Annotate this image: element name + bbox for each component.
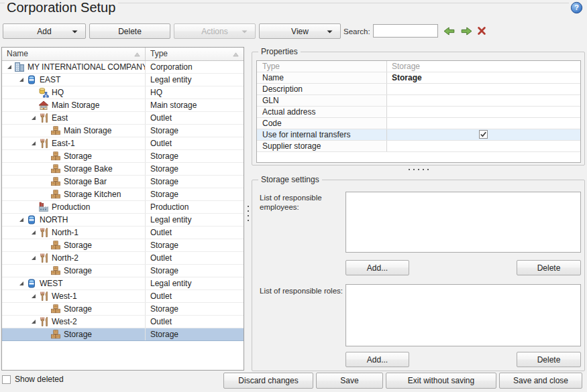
roles-delete-button[interactable]: Delete — [517, 352, 581, 367]
employees-label: List of responsible employees: — [260, 193, 352, 212]
property-value[interactable] — [387, 95, 580, 106]
discard-changes-button[interactable]: Discard changes — [223, 373, 313, 389]
expander-icon[interactable] — [17, 75, 26, 84]
expander-spacer — [41, 126, 50, 135]
use-for-internal-transfers-checkbox[interactable] — [479, 130, 488, 139]
tree-row[interactable]: StorageStorage — [2, 303, 244, 316]
tree-row[interactable]: StorageStorage — [2, 265, 244, 277]
property-value[interactable] — [387, 118, 580, 129]
tree-row[interactable]: Storage KitchenStorage — [2, 188, 244, 201]
help-icon[interactable]: ? — [570, 1, 583, 14]
tree-row[interactable]: EastOutlet — [2, 112, 244, 125]
tree-row[interactable]: EASTLegal entity — [2, 74, 244, 86]
column-header-name[interactable]: Name — [2, 48, 146, 60]
property-label: Actual address — [257, 107, 387, 117]
delete-button[interactable]: Delete — [89, 23, 170, 39]
tree-row[interactable]: Main StorageMain storage — [2, 99, 244, 112]
search-next-icon[interactable] — [461, 27, 472, 36]
expander-icon[interactable] — [17, 215, 26, 224]
expander-icon[interactable] — [29, 253, 38, 263]
expander-icon[interactable] — [29, 113, 38, 123]
tree-item-name: EAST — [40, 75, 60, 84]
view-button[interactable]: View — [259, 23, 341, 39]
expander-icon[interactable] — [29, 139, 38, 148]
property-value[interactable]: Storage — [387, 72, 580, 83]
show-deleted[interactable]: Show deleted — [2, 375, 64, 384]
tree-row[interactable]: West-1Outlet — [2, 290, 244, 303]
properties-group: Properties TypeStorageNameStorageDescrip… — [252, 52, 585, 166]
column-header-name-label: Name — [7, 49, 28, 58]
tree-item-name: West-2 — [52, 317, 77, 326]
legal-entity-icon — [26, 74, 37, 85]
vertical-splitter-handle[interactable] — [245, 201, 251, 225]
tree-item-name: North-2 — [52, 253, 78, 263]
expander-icon[interactable] — [17, 279, 26, 288]
column-header-type[interactable]: Type — [146, 48, 244, 60]
tree-header: Name Type — [2, 48, 244, 61]
property-value[interactable] — [387, 84, 580, 94]
tree-item-name: WEST — [40, 279, 63, 288]
expander-icon[interactable] — [29, 291, 38, 301]
tree-item-name: Main Storage — [64, 126, 111, 135]
tree-item-type: Storage — [145, 176, 244, 188]
property-value[interactable] — [387, 129, 580, 140]
property-label: GLN — [257, 95, 387, 106]
tree-item-type: Outlet — [145, 252, 244, 264]
save-and-close-button[interactable]: Save and close — [499, 373, 582, 389]
expander-icon[interactable] — [5, 62, 14, 72]
clear-search-icon[interactable] — [477, 26, 486, 36]
expander-icon[interactable] — [29, 317, 38, 326]
add-button-label: Add — [37, 27, 51, 36]
show-deleted-checkbox[interactable] — [2, 375, 11, 384]
roles-add-button[interactable]: Add... — [345, 352, 409, 367]
property-label: Use for internal transfers — [257, 129, 387, 140]
responsible-roles-list[interactable] — [345, 284, 581, 346]
tree-row[interactable]: East-1Outlet — [2, 137, 244, 150]
storage-icon — [50, 240, 61, 251]
tree-item-type: Storage — [145, 163, 244, 175]
tree-row[interactable]: West-2Outlet — [2, 316, 244, 328]
tree-row[interactable]: MY INTERNATIONAL COMPANYCorporation — [2, 61, 244, 74]
tree-item-type: Outlet — [145, 137, 244, 149]
title-divider — [0, 3, 5, 3]
tree-row[interactable]: StorageStorage — [2, 328, 244, 341]
chevron-down-icon — [242, 30, 248, 34]
tree-item-name: West-1 — [52, 291, 77, 301]
expander-spacer — [29, 88, 38, 97]
tree-row[interactable]: NORTHLegal entity — [2, 214, 244, 226]
employees-add-button[interactable]: Add... — [345, 260, 409, 275]
tree-row[interactable]: HQHQ — [2, 86, 244, 99]
tree-item-type: Storage — [145, 150, 244, 162]
save-button[interactable]: Save — [316, 373, 383, 389]
add-button[interactable]: Add — [3, 23, 86, 39]
horizontal-splitter-handle[interactable] — [252, 167, 585, 172]
sort-asc-icon — [134, 52, 140, 57]
property-value[interactable] — [387, 141, 580, 151]
storage-settings-legend: Storage settings — [258, 175, 322, 184]
tree-item-name: Storage Kitchen — [64, 190, 121, 199]
tree-row[interactable]: Storage BarStorage — [2, 176, 244, 188]
tree-item-name: Storage — [64, 330, 92, 339]
expander-spacer — [41, 190, 50, 199]
search-previous-icon[interactable] — [443, 27, 455, 36]
search-input[interactable] — [373, 24, 438, 38]
outlet-icon — [38, 113, 49, 123]
tree-row[interactable]: WESTLegal entity — [2, 277, 244, 290]
tree-row[interactable]: North-2Outlet — [2, 252, 244, 265]
tree-item-type: Storage — [145, 265, 244, 277]
expander-spacer — [41, 164, 50, 174]
tree-row[interactable]: Main StorageStorage — [2, 125, 244, 137]
employees-delete-button[interactable]: Delete — [517, 260, 581, 275]
view-button-label: View — [291, 27, 309, 36]
expander-icon[interactable] — [29, 228, 38, 237]
responsible-employees-list[interactable] — [345, 192, 581, 253]
tree-row[interactable]: North-1Outlet — [2, 226, 244, 239]
tree-row[interactable]: Storage BakeStorage — [2, 163, 244, 176]
tree-row[interactable]: StorageStorage — [2, 150, 244, 163]
svg-text:?: ? — [574, 3, 579, 11]
property-value[interactable] — [387, 107, 580, 117]
tree-item-name: Storage — [64, 304, 92, 314]
exit-without-saving-button[interactable]: Exit without saving — [386, 373, 496, 389]
tree-row[interactable]: StorageStorage — [2, 239, 244, 252]
tree-row[interactable]: ProductionProduction — [2, 201, 244, 214]
